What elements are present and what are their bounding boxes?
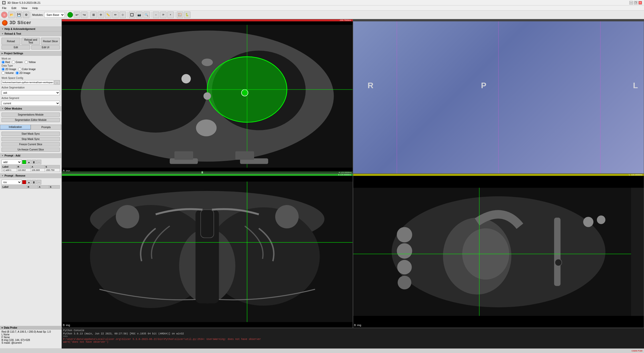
prompt-remove-dropdown[interactable]: rov [2, 180, 22, 185]
stop-mask-sync-button[interactable]: Stop Mask Sync [2, 137, 60, 141]
workon-label: Work on [2, 57, 60, 60]
prompt-remove-more-icon[interactable]: ⋯ [37, 180, 41, 184]
minimize-button[interactable]: — [629, 1, 633, 5]
start-mask-sync-button[interactable]: Start Mask Sync [2, 132, 60, 136]
section-prompt-add[interactable]: ▼ Prompt - Add [0, 153, 61, 158]
prompt-add-up-icon[interactable]: ▲ [27, 160, 31, 164]
tab-prompts[interactable]: Prompts [31, 125, 61, 130]
radio-volume[interactable]: Volume [2, 71, 14, 75]
section-reload[interactable]: ▼ Reload & Test [0, 31, 61, 36]
section-help[interactable]: ▼ Help & Acknowledgement [0, 27, 61, 31]
toolbar-window-icon[interactable]: 🪟 [177, 12, 183, 18]
freeze-current-slice-button[interactable]: Freeze Current Slice [2, 142, 60, 146]
toolbar-spin-icon[interactable]: ⟳ [160, 12, 167, 18]
section-prompt-remove[interactable]: ▼ Prompt - Remove [0, 173, 61, 178]
toolbar-snap-icon[interactable]: 📷 [136, 12, 143, 18]
toolbar-view3d-icon[interactable]: 🔲 [129, 12, 135, 18]
viewport-sagittal[interactable]: L -122.0000ms [353, 174, 644, 328]
menu-edit[interactable]: Edit [11, 6, 17, 10]
toolbar-layout-icon[interactable]: ⊞ [90, 12, 97, 18]
toolbar-annotate-icon[interactable]: ✏ [112, 12, 119, 18]
close-button[interactable]: ✕ [638, 1, 642, 5]
radio-red[interactable]: Red [2, 61, 10, 64]
prompt-remove-delete-icon[interactable]: 🗑 [32, 180, 36, 184]
radio-colorimage-input[interactable] [18, 68, 21, 71]
menu-file[interactable]: File [1, 6, 8, 10]
svg-point-7 [204, 92, 211, 100]
toolbar-select-icon[interactable]: ⊹ [119, 12, 126, 18]
radio-2dimage-v[interactable]: 2D Image [16, 71, 30, 75]
toolbar-settings-icon[interactable]: ⚙ [23, 12, 29, 18]
menu-help[interactable]: Help [31, 6, 39, 10]
section-prompt-remove-label: Prompt - Remove [5, 174, 25, 177]
reload-button[interactable]: Reload [2, 38, 20, 45]
prompt-add-dropdown[interactable]: add [2, 160, 22, 165]
col-header-A: A [31, 165, 45, 169]
segmentations-module-button[interactable]: Segmentations Module [2, 113, 60, 117]
title-bar-controls[interactable]: — ❐ ✕ [629, 1, 642, 5]
toolbar-python-icon[interactable]: 🐍 [184, 12, 190, 18]
toolbar-save-icon[interactable]: 💾 [16, 12, 22, 18]
toolbar-ruler-icon[interactable]: 📏 [105, 12, 111, 18]
viewport-axial[interactable]: -200.7500ms [62, 19, 353, 174]
active-segmentation-select[interactable]: ask [2, 90, 60, 95]
reload-test-button[interactable]: Reload and Test [21, 38, 40, 45]
radio-red-input[interactable] [2, 61, 5, 64]
prompt-remove-controls: rov ▲ 🗑 ⋯ [2, 180, 60, 185]
coronal-A-value: A 123.0000ms [338, 174, 351, 176]
toolbar-home-icon[interactable]: ◎ [1, 12, 8, 18]
toolbar-next-icon[interactable]: ↪ [81, 12, 88, 18]
svg-point-36 [583, 217, 593, 227]
3d-crosshair-v3 [600, 19, 600, 173]
unfreeze-current-slice-button[interactable]: Un-freeze Current Slice [2, 147, 60, 152]
radio-colorimage[interactable]: Color Image [18, 68, 35, 71]
prompt-add-delete-icon[interactable]: 🗑 [32, 160, 36, 164]
toolbar-transform-icon[interactable]: ↔ [153, 12, 159, 18]
toolbar-open-icon[interactable]: 📂 [8, 12, 15, 18]
prompt-remove-color[interactable] [22, 180, 26, 184]
radio-yellow-input[interactable] [25, 61, 28, 64]
axial-slice-bar[interactable]: A 123.0000ms [62, 171, 353, 173]
radio-green-input[interactable] [12, 61, 15, 64]
radio-2dimage[interactable]: 2D Image [2, 68, 16, 71]
restore-button[interactable]: ❐ [634, 1, 637, 5]
prompt-remove-up-icon[interactable]: ▲ [27, 180, 31, 184]
workspace-browse-button[interactable]: ... [54, 80, 60, 85]
section-project[interactable]: ▶ Project Settings [0, 51, 61, 56]
section-other-modules[interactable]: ▼ Other Modules [0, 106, 61, 111]
radio-volume-input[interactable] [2, 71, 5, 75]
prompt-add-more-icon[interactable]: ⋯ [37, 160, 41, 164]
toolbar-extra1-icon[interactable]: + [167, 12, 174, 18]
data-probe-collapse[interactable]: ▼ [1, 327, 4, 329]
segmentation-editor-module-button[interactable]: Segmentation Editor Module [2, 118, 60, 122]
active-segment-select-wrap: current [0, 100, 61, 106]
svg-point-32 [397, 227, 412, 242]
edit-button[interactable]: Edit [2, 45, 30, 49]
radio-2dimage-v-input[interactable] [16, 71, 19, 75]
workspace-path-input[interactable] [2, 80, 54, 85]
tab-initialization[interactable]: Initialization [0, 125, 31, 130]
radio-yellow[interactable]: Yellow [25, 61, 36, 64]
toolbar-zoom-icon[interactable]: 🔍 [143, 12, 150, 18]
viewport-coronal[interactable]: A 123.0000ms [62, 174, 353, 328]
python-console-prompt: >>> [63, 335, 642, 338]
radio-2dimage-input[interactable] [2, 68, 5, 71]
viewport-3d[interactable]: R P L [353, 19, 644, 174]
module-dropdown[interactable]: Sam Base [44, 12, 65, 18]
prompt-add-color[interactable] [22, 160, 26, 164]
radio-green[interactable]: Green [12, 61, 23, 64]
volume-radio-group: Volume 2D Image [2, 71, 60, 75]
radio-2dimage-label: 2D Image [5, 68, 16, 71]
radio-2dimage-v-label: 2D Image [19, 72, 30, 74]
section-prompt-add-label: Prompt - Add [5, 154, 20, 157]
menu-view[interactable]: View [20, 6, 28, 10]
toolbar-crosshair-icon[interactable]: ✛ [98, 12, 104, 18]
radio-colorimage-label: Color Image [22, 68, 35, 71]
toolbar-go-button[interactable] [67, 12, 73, 18]
restart-slicer-button[interactable]: Restart Slicer [41, 38, 60, 45]
svg-rect-26 [201, 210, 214, 238]
edit-ui-button[interactable]: Edit UI [31, 45, 60, 49]
active-segment-select[interactable]: current [2, 101, 60, 106]
datatype-radio-group: 2D Image Color Image [2, 68, 60, 71]
toolbar-prev-icon[interactable]: ↩ [74, 12, 80, 18]
